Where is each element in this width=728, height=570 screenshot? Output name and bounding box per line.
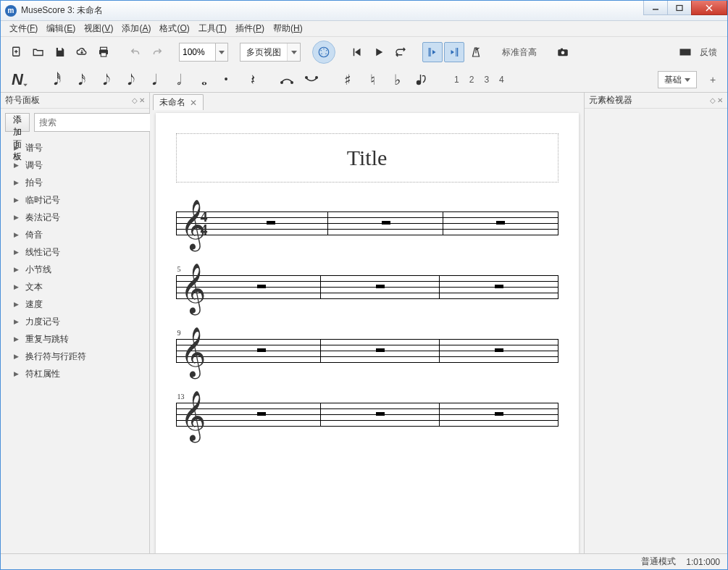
- flip-button[interactable]: [412, 70, 431, 90]
- cloud-save-button[interactable]: [72, 42, 92, 62]
- svg-point-25: [290, 81, 293, 84]
- print-button[interactable]: [93, 42, 114, 62]
- close-button[interactable]: [691, 1, 727, 15]
- score-title-frame[interactable]: Title: [176, 133, 558, 183]
- zoom-input[interactable]: [179, 43, 215, 62]
- palette-search-input[interactable]: [34, 113, 153, 132]
- inspector-panel: 元素检视器 ◇✕: [584, 93, 727, 553]
- zoom-control[interactable]: [179, 43, 228, 62]
- menu-t[interactable]: 工具(T): [194, 21, 231, 36]
- svg-rect-17: [429, 48, 430, 56]
- palette-item[interactable]: ▶拍号: [1, 174, 149, 191]
- menu-e[interactable]: 编辑(E): [42, 21, 80, 36]
- sharp-button[interactable]: ♯: [338, 70, 357, 90]
- natural-button[interactable]: ♮: [363, 70, 382, 90]
- svg-point-28: [417, 81, 421, 85]
- svg-rect-9: [101, 53, 106, 56]
- window-controls: [644, 1, 727, 20]
- status-mode: 普通模式: [641, 556, 676, 568]
- palette-tree: ▶谱号▶调号▶拍号▶临时记号▶奏法记号▶倚音▶线性记号▶小节线▶文本▶速度▶力度…: [1, 136, 149, 385]
- score-title-text[interactable]: Title: [347, 146, 388, 170]
- menu-o[interactable]: 格式(O): [155, 21, 193, 36]
- menu-a[interactable]: 添加(A): [117, 21, 155, 36]
- note-32nd-button[interactable]: 𝅘𝅥𝅯: [69, 70, 88, 90]
- menu-p[interactable]: 插件(P): [231, 21, 269, 36]
- feedback-icon[interactable]: [678, 42, 693, 62]
- document-tab[interactable]: 未命名 ✕: [153, 94, 204, 110]
- add-palette-button[interactable]: 添加面板: [5, 113, 30, 132]
- note-quarter-button[interactable]: 𝅘𝅥: [143, 70, 162, 90]
- palette-item[interactable]: ▶线性记号: [1, 243, 149, 261]
- note-input-mode-button[interactable]: N: [8, 70, 27, 90]
- slur-button[interactable]: [302, 70, 321, 90]
- panel-close-icon[interactable]: ✕: [717, 96, 723, 104]
- palette-item[interactable]: ▶小节线: [1, 261, 149, 278]
- panel-float-icon[interactable]: ◇: [132, 96, 138, 104]
- status-position: 1:01:000: [686, 557, 720, 567]
- menu-v[interactable]: 视图(V): [80, 21, 117, 36]
- flat-button[interactable]: ♭: [388, 70, 406, 90]
- palette-item[interactable]: ▶文本: [1, 278, 149, 296]
- view-mode-dropdown-icon[interactable]: [287, 43, 300, 61]
- palette-item[interactable]: ▶重复与跳转: [1, 330, 149, 348]
- svg-rect-18: [430, 48, 431, 56]
- palette-item[interactable]: ▶倚音: [1, 226, 149, 243]
- voice-4-button[interactable]: 4: [496, 73, 507, 86]
- view-mode-select[interactable]: 多页视图: [240, 43, 301, 62]
- rest-button[interactable]: 𝄽: [241, 70, 260, 90]
- feedback-button[interactable]: 反馈: [695, 46, 721, 59]
- loop-out-button[interactable]: [444, 42, 464, 62]
- panel-float-icon[interactable]: ◇: [710, 96, 716, 104]
- palette-item[interactable]: ▶临时记号: [1, 191, 149, 209]
- workspace-select[interactable]: 基础: [658, 71, 697, 88]
- maximize-button[interactable]: [667, 1, 692, 15]
- loop-in-button[interactable]: [422, 42, 443, 62]
- svg-point-14: [321, 54, 322, 55]
- voice-1-button[interactable]: 1: [451, 73, 462, 86]
- palette-item[interactable]: ▶力度记号: [1, 313, 149, 330]
- note-64th-button[interactable]: 𝅘𝅥𝅰: [44, 70, 63, 90]
- note-16th-button[interactable]: 𝅘𝅥𝅮: [93, 70, 112, 90]
- svg-rect-1: [677, 5, 682, 10]
- app-logo-icon: m: [5, 5, 17, 17]
- voice-3-button[interactable]: 3: [481, 73, 492, 86]
- menu-h[interactable]: 帮助(H): [269, 21, 307, 36]
- voice-2-button[interactable]: 2: [466, 73, 477, 86]
- undo-button[interactable]: [125, 42, 146, 62]
- score-page: Title 𝄞445𝄞9𝄞13𝄞: [156, 113, 579, 553]
- palette-item[interactable]: ▶速度: [1, 296, 149, 313]
- minimize-button[interactable]: [643, 1, 668, 15]
- midi-input-button[interactable]: [312, 41, 335, 64]
- palette-item[interactable]: ▶调号: [1, 156, 149, 174]
- note-half-button[interactable]: 𝅗𝅥: [167, 70, 186, 90]
- open-file-button[interactable]: [28, 42, 49, 62]
- panel-close-icon[interactable]: ✕: [139, 96, 145, 104]
- note-8th-button[interactable]: 𝅘𝅥𝅮: [118, 70, 137, 90]
- rewind-button[interactable]: [347, 42, 367, 62]
- inspector-title: 元素检视器: [589, 94, 632, 106]
- palette-item[interactable]: ▶谱号: [1, 139, 149, 156]
- concert-pitch-button[interactable]: 标准音高: [498, 46, 541, 59]
- metronome-button[interactable]: [466, 42, 486, 62]
- svg-rect-20: [457, 48, 459, 56]
- zoom-dropdown-icon[interactable]: [215, 43, 228, 62]
- note-whole-button[interactable]: 𝅝: [192, 70, 211, 90]
- image-capture-button[interactable]: [553, 42, 573, 62]
- workspace-label: 基础: [664, 74, 682, 86]
- palette-item[interactable]: ▶符杠属性: [1, 365, 149, 382]
- new-file-button[interactable]: [7, 42, 27, 62]
- close-tab-icon[interactable]: ✕: [190, 98, 197, 108]
- document-tab-label: 未命名: [159, 96, 185, 109]
- svg-rect-7: [101, 47, 107, 50]
- loop-button[interactable]: [390, 42, 411, 62]
- dot-button[interactable]: •: [217, 70, 235, 90]
- score-canvas[interactable]: Title 𝄞445𝄞9𝄞13𝄞: [150, 110, 584, 553]
- tie-button[interactable]: [277, 70, 296, 90]
- palette-item[interactable]: ▶换行符与行距符: [1, 348, 149, 365]
- save-button[interactable]: [50, 42, 70, 62]
- play-button[interactable]: [369, 42, 389, 62]
- palette-item[interactable]: ▶奏法记号: [1, 209, 149, 226]
- menu-f[interactable]: 文件(F): [5, 21, 42, 36]
- add-workspace-button[interactable]: +: [706, 71, 720, 88]
- redo-button[interactable]: [147, 42, 167, 62]
